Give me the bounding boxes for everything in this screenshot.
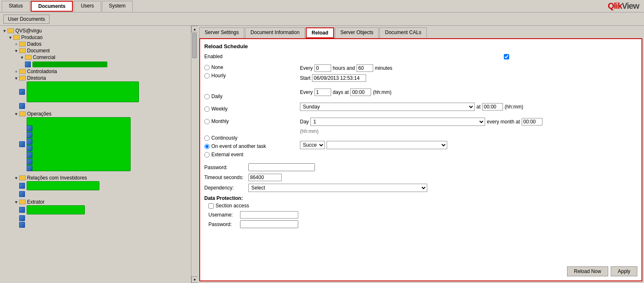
dependency-select[interactable]: Select	[248, 184, 427, 192]
dp-password-input[interactable]	[240, 220, 298, 228]
expander-icon[interactable]: ▼	[13, 111, 19, 117]
weekly-time-label: (hh:mm)	[505, 104, 523, 110]
tree-label: Dados	[27, 41, 42, 47]
tree-label: Controladoria	[27, 69, 57, 74]
tree-item-root[interactable]: ▼ QVS@virgu	[2, 27, 189, 34]
tree-item-comercial[interactable]: ▼ Comercial	[19, 54, 189, 61]
folder-icon	[19, 42, 26, 47]
dp-password-row: Password:	[208, 220, 637, 228]
folder-icon	[7, 28, 14, 33]
tab-documents[interactable]: Documents	[31, 1, 73, 12]
daily-fields: Every days at (hh:mm)	[300, 89, 637, 96]
tree-item-extrator[interactable]: ▼ Extrator	[13, 199, 189, 205]
radio-on-event-input[interactable]	[204, 144, 210, 149]
qv-document-icon	[27, 145, 32, 151]
hours-value-input[interactable]	[315, 64, 331, 72]
top-tab-group: Status Documents Users System	[2, 1, 133, 12]
radio-daily-input[interactable]	[204, 94, 210, 99]
tree-item-document[interactable]: ▼ Document	[13, 47, 189, 54]
on-event-fields: Succe: Fail:	[300, 141, 637, 149]
radio-on-event: On event of another task	[204, 143, 296, 149]
section-access-checkbox[interactable]	[208, 203, 214, 209]
radio-external-event-label: External event	[211, 152, 243, 157]
days-label: days at	[333, 89, 349, 95]
monthly-time-input[interactable]	[522, 118, 542, 126]
daily-every-label: Every	[300, 89, 313, 95]
expander-icon[interactable]: ▼	[13, 199, 19, 205]
qv-document-icon	[27, 139, 32, 145]
user-documents-button[interactable]: User Documents	[3, 15, 50, 24]
timeout-input[interactable]	[248, 174, 282, 181]
daily-time-input[interactable]	[350, 89, 371, 96]
radio-weekly-input[interactable]	[204, 106, 210, 112]
dependency-row: Dependency: Select	[204, 184, 637, 192]
enabled-checkbox[interactable]	[504, 54, 509, 59]
tree-item-relacoes[interactable]: ▼ Relações com Investidores	[13, 175, 189, 181]
apply-button[interactable]: Apply	[611, 266, 637, 276]
scroll-up-button[interactable]: ▲	[191, 26, 198, 32]
tab-server-objects[interactable]: Server Objects	[335, 27, 379, 38]
section-access-label: Section access	[215, 203, 249, 209]
qv-document-icon	[19, 215, 25, 221]
expander-icon[interactable]: ▼	[7, 34, 13, 40]
folder-icon	[19, 76, 26, 81]
tree-item-producao[interactable]: ▼ Producao	[7, 34, 189, 41]
tab-status[interactable]: Status	[2, 1, 30, 12]
content-area: Reload Schedule Enabled None	[199, 38, 642, 281]
qv-document-icon	[19, 222, 25, 228]
minutes-value-input[interactable]	[357, 64, 373, 72]
daily-time-label: (hh:mm)	[373, 89, 391, 95]
bottom-section: Password: Timeout seconds: Dependency: S…	[204, 163, 637, 228]
vertical-scrollbar[interactable]: ▲ ▼	[191, 26, 198, 283]
every-label: Every	[300, 65, 313, 71]
weekly-day-select[interactable]: Sunday Monday Tuesday Wednesday Thursday…	[300, 103, 475, 111]
expander-icon[interactable]: ▼	[19, 54, 25, 60]
expander-icon[interactable]: ▼	[2, 28, 7, 34]
monthly-day-select[interactable]: 1	[310, 118, 485, 126]
scroll-down-button[interactable]: ▼	[191, 276, 198, 283]
tab-document-cals[interactable]: Document CALs	[379, 27, 426, 38]
expander-icon[interactable]: ▼	[13, 75, 19, 81]
dp-username-row: Username:	[208, 211, 637, 219]
folder-icon	[19, 199, 26, 204]
expander-icon[interactable]: ▼	[13, 175, 19, 181]
tree-item-dados[interactable]: + Dados	[13, 41, 189, 47]
qv-document-icon	[27, 132, 32, 138]
weekly-time-input[interactable]	[482, 103, 503, 111]
tab-server-settings[interactable]: Server Settings	[199, 27, 244, 38]
folder-icon	[19, 175, 26, 180]
radio-none-input[interactable]	[204, 65, 210, 70]
monthly-time-hint: (hh:mm)	[300, 128, 637, 134]
tab-system[interactable]: System	[102, 1, 133, 12]
days-value-input[interactable]	[315, 89, 331, 96]
monthly-fields: Day 1 every month at	[300, 118, 637, 126]
bottom-buttons: Reload Now Apply	[204, 262, 637, 276]
tab-users[interactable]: Users	[74, 1, 101, 12]
tree-item-diretoria[interactable]: ▼ Diretoria	[13, 75, 189, 81]
expander-icon[interactable]: ▼	[13, 48, 19, 54]
tree-item-controladoria[interactable]: + Controladoria	[13, 68, 189, 75]
tab-document-information[interactable]: Document Information	[245, 27, 305, 38]
radio-hourly-label: Hourly	[211, 73, 226, 79]
radio-monthly-input[interactable]	[204, 119, 210, 124]
expander-icon[interactable]: +	[13, 69, 19, 74]
start-label: Start	[300, 75, 310, 81]
folder-icon	[19, 111, 26, 116]
event-type-select[interactable]: Succe: Fail:	[300, 141, 325, 149]
tree-item-operacoes[interactable]: ▼ Operações	[13, 111, 189, 117]
scroll-thumb[interactable]	[192, 33, 197, 58]
start-datetime-input[interactable]	[312, 74, 366, 82]
radio-hourly-input[interactable]	[204, 73, 210, 79]
tab-reload[interactable]: Reload	[306, 27, 334, 38]
task-select[interactable]	[327, 141, 447, 149]
reload-now-button[interactable]: Reload Now	[567, 266, 608, 276]
event-password-input[interactable]	[248, 163, 315, 171]
redacted-block	[27, 181, 99, 190]
start-row: Start	[300, 74, 637, 82]
expander-icon[interactable]: +	[13, 41, 19, 47]
redacted-block	[27, 117, 131, 171]
radio-continuously-input[interactable]	[204, 135, 210, 141]
qv-document-icon	[19, 183, 25, 189]
dp-username-input[interactable]	[240, 211, 298, 219]
radio-external-event-input[interactable]	[204, 152, 210, 157]
